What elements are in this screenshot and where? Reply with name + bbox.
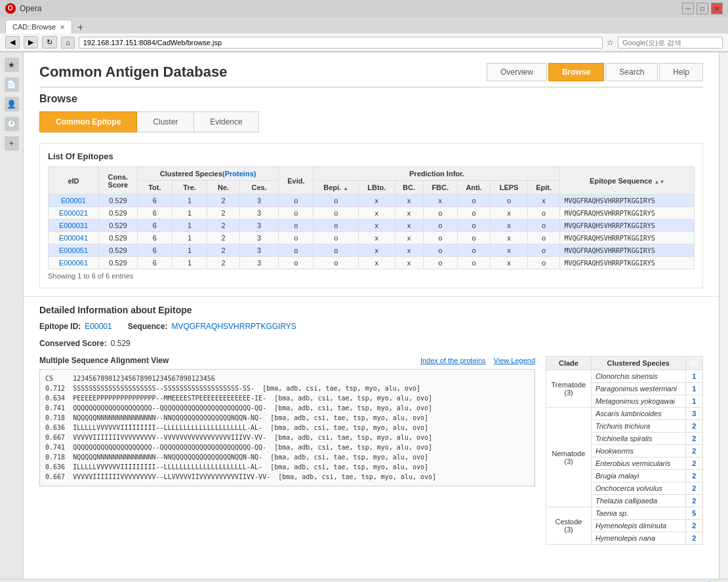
clade-row: Cestode(3) Taenia sp. 5 [546,507,703,520]
tab-cluster[interactable]: Cluster [137,111,194,132]
cell-tre: 1 [172,220,207,232]
maximize-button[interactable]: □ [697,3,708,14]
cell-evid: o [279,232,313,244]
cell-ces: 3 [239,195,279,207]
cell-lbto: x [359,220,395,232]
table-title: List Of Epitopes [48,151,695,161]
tab-evidence[interactable]: Evidence [194,111,258,132]
th-clade-count: 15 [685,357,702,370]
cell-eid[interactable]: E000051 [49,244,99,257]
th-seq: Epitope Sequence ▲▼ [560,167,695,195]
cell-tre: 1 [172,207,207,220]
th-epit: Epit. [527,181,560,195]
header-divider [39,87,703,88]
overview-button[interactable]: Overview [487,63,547,81]
clade-row: Nematode(3) Ascaris lumbricoides 3 [546,408,703,420]
conserved-score-label: Conserved Score: [39,339,107,348]
app-title: Opera [20,4,41,13]
cell-bc: x [395,220,423,232]
cell-seq: MVQGFRAQHSVHRRPTKGGIRYS [560,220,695,232]
address-input[interactable] [79,37,603,48]
tab-bar: CAD::Browse ✕ + [0,17,728,33]
minimize-button[interactable]: ─ [682,3,694,14]
sequence-value[interactable]: MVQGFRAQHSVHRRPTKGGIRYS [171,322,296,331]
close-button[interactable]: ✕ [711,3,723,14]
cell-ces: 3 [239,207,279,220]
browser-chrome: O Opera ─ □ ✕ CAD::Browse ✕ + ◀ ▶ ↻ ⌂ ☆ [0,0,728,52]
bookmark-icon[interactable]: ☆ [607,38,614,47]
cell-cons: 0.529 [98,244,137,257]
browse-button[interactable]: Browse [548,63,604,81]
cell-eid[interactable]: E000021 [49,207,99,220]
sidebar-icon-page[interactable]: 📄 [5,77,19,92]
clade-group-name: Cestode(3) [546,507,592,545]
table-row: E000021 0.529 6 1 2 3 o o x x o o x o MV… [49,207,695,220]
cell-fbc: o [423,232,457,244]
title-bar-left: O Opera [5,3,41,14]
cell-tot: 6 [137,232,172,244]
clade-count: 1 [685,395,702,408]
sidebar-icon-user[interactable]: 👤 [5,97,19,111]
cell-tre: 1 [172,195,207,207]
search-box[interactable] [618,37,723,48]
epitope-id-value[interactable]: E00001 [85,322,111,331]
index-proteins-link[interactable]: Index of the proteins [420,357,486,364]
cell-eid[interactable]: E000061 [49,257,99,269]
th-clustered: Clustered Species(Proteins) [137,167,279,181]
alignment-links: Index of the proteins View Legend [420,357,535,364]
sidebar-icon-plus[interactable]: + [5,136,19,151]
cell-eid[interactable]: E000031 [49,220,99,232]
cell-fbc: o [423,244,457,257]
clade-count: 2 [685,445,702,457]
reload-button[interactable]: ↻ [42,36,57,48]
sequence-label: Sequence: [128,322,168,331]
conserved-score-value: 0.529 [111,339,131,348]
clade-count: 2 [685,495,702,507]
search-button[interactable]: Search [605,63,658,81]
conserved-score-field: Conserved Score: 0.529 [39,339,131,348]
new-tab-button[interactable]: + [75,22,86,33]
clade-table-wrapper: Clade Clustered Species 15 Trematode(3) … [546,356,703,545]
cell-epit: o [527,244,560,257]
cell-eid[interactable]: E000041 [49,232,99,244]
sidebar-icon-clock[interactable]: 🕐 [5,117,19,131]
view-legend-link[interactable]: View Legend [494,357,535,364]
cell-leps: x [491,232,527,244]
th-cons: Cons.Score [98,167,137,195]
clade-species: Taenia sp. [591,507,685,520]
clade-count: 2 [685,433,702,445]
tab-close-icon[interactable]: ✕ [60,24,65,31]
back-button[interactable]: ◀ [5,36,20,48]
alignment-row: 0.712 SSSSSSSSSSSSSSSSSSSSS--SSSSSSSSSSS… [45,383,529,393]
clade-species: Hymenolepis diminuta [591,520,685,532]
th-lbto: LBto. [359,181,395,195]
cell-bc: x [395,195,423,207]
home-button[interactable]: ⌂ [61,37,75,48]
th-ne: Ne. [207,181,239,195]
clade-row: Trematode(3) Clonorchis sinensis 1 [546,370,703,383]
cell-bepi: o [313,257,359,269]
tab-common-epitope[interactable]: Common Epitope [39,111,137,132]
browser-tab-active[interactable]: CAD::Browse ✕ [5,20,72,33]
cell-cons: 0.529 [98,220,137,232]
cell-seq: MVQGFRAQHSVHRRPTKGGIRYS [560,244,695,257]
cell-evid: o [279,195,313,207]
alignment-section: Multiple Sequence Alignment View Index o… [39,356,535,545]
clade-table: Clade Clustered Species 15 Trematode(3) … [546,356,703,545]
cell-anti: o [457,257,491,269]
cell-anti: o [457,232,491,244]
cell-tre: 1 [172,244,207,257]
alignment-row: 0.667 VVVVVIIIIIIIVVVVVVVVV--VVVVVVVVVVV… [45,433,529,442]
scrollbar[interactable] [719,52,728,579]
th-clade: Clade [546,357,592,370]
opera-logo: O [5,3,16,14]
forward-button[interactable]: ▶ [24,36,38,48]
page-content: Common Antigen Database Overview Browse … [24,52,719,579]
cell-eid[interactable]: E00001 [49,195,99,207]
window-controls: ─ □ ✕ [682,3,723,14]
cell-leps: x [491,207,527,220]
sidebar-icon-star[interactable]: ★ [5,58,19,72]
page-title: Common Antigen Database [39,64,227,81]
help-button[interactable]: Help [659,63,703,81]
cell-tot: 6 [137,257,172,269]
